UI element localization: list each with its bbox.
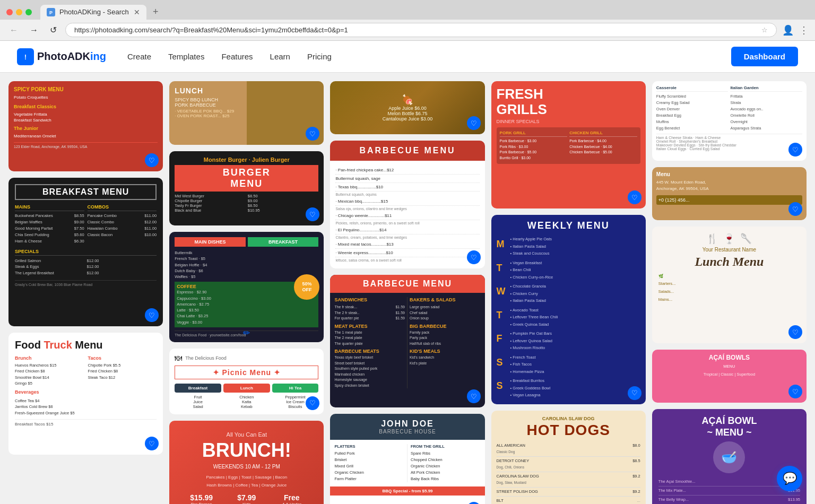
heart-icon-2[interactable]: ♡ bbox=[145, 308, 159, 322]
bbq-menu-dark-card[interactable]: BARBECUE MENU SANDWICHES The fr steak...… bbox=[330, 275, 484, 407]
browser-chrome: P PhotoADKing - Search ✕ + ← → ↺ https:/… bbox=[0, 0, 815, 41]
close-window-button[interactable] bbox=[6, 9, 13, 15]
potato-menu-card[interactable]: SPICY PORK MENU Potato Croquettes Breakf… bbox=[8, 81, 163, 171]
heart-icon-16[interactable]: ♡ bbox=[788, 143, 802, 157]
nav-templates[interactable]: Templates bbox=[168, 52, 204, 61]
heart-icon-6[interactable]: ♡ bbox=[306, 396, 319, 410]
food-truck-card[interactable]: Food Truck Menu Brunch Huevos Rancheros … bbox=[8, 333, 163, 455]
fresh-grills-card[interactable]: FRESHGRILLS DINNER SPECIALS PORK GRILL P… bbox=[491, 81, 646, 208]
picnic-menu-card[interactable]: 🍽 The Delicious Food ✦ Picnic Menu ✦ Bre… bbox=[169, 349, 324, 414]
logo-text: PhotoADKing bbox=[37, 50, 106, 63]
heart-icon-9[interactable]: ♡ bbox=[467, 250, 481, 264]
column-2: LUNCH SPICY BBQ LUNCH PORK BARBECUE · VE… bbox=[169, 81, 324, 504]
heart-icon-17[interactable]: ♡ bbox=[788, 202, 802, 216]
heart-icon-18[interactable]: ♡ bbox=[788, 325, 802, 339]
weekly-menu-navy-card[interactable]: WEEKLY MENU M • Hearty Apple Pie Oats• I… bbox=[491, 215, 646, 404]
traffic-lights bbox=[6, 9, 32, 15]
tab-bar: P PhotoADKing - Search ✕ + bbox=[0, 0, 815, 20]
heart-icon-1[interactable]: ♡ bbox=[145, 153, 159, 167]
edit-icon[interactable]: ✏ bbox=[243, 328, 250, 338]
nav-links: Create Templates Features Learn Pricing bbox=[127, 52, 731, 61]
breakfast-selected-card[interactable]: MAIN DISHES BREAKFAST Buttermilk French … bbox=[169, 232, 324, 342]
profile-icon[interactable]: 👤 bbox=[782, 24, 794, 36]
tab-favicon: P bbox=[47, 8, 55, 16]
nav-learn[interactable]: Learn bbox=[270, 52, 290, 61]
maximize-window-button[interactable] bbox=[25, 9, 32, 15]
svg-text:P: P bbox=[49, 10, 53, 15]
heart-icon-11[interactable]: ♡ bbox=[467, 502, 481, 504]
back-button[interactable]: ← bbox=[6, 24, 21, 36]
address-card[interactable]: Menu 445 W. Mount Eden Road,Anchorage, A… bbox=[652, 167, 807, 220]
heart-icon-12[interactable]: ♡ bbox=[628, 190, 641, 204]
casserole-menu-card[interactable]: Casserole Fluffy Scrambled Creamy Egg Sa… bbox=[652, 81, 807, 161]
logo[interactable]: ! PhotoADKing bbox=[17, 48, 106, 65]
column-3: 🍖 Apple Juice $6.00 Melon Bottle $6.75 C… bbox=[330, 81, 484, 504]
column-4: FRESHGRILLS DINNER SPECIALS PORK GRILL P… bbox=[491, 81, 646, 504]
forward-button[interactable]: → bbox=[27, 24, 41, 36]
veg-bbq-photo-card[interactable]: 🍖 Apple Juice $6.00 Melon Bottle $6.75 C… bbox=[330, 81, 484, 134]
nav-pricing[interactable]: Pricing bbox=[307, 52, 332, 61]
brunch-card[interactable]: All You Can Eat BRUNCH! WEEKENDS 10 AM -… bbox=[169, 421, 324, 504]
heart-icon-13[interactable]: ♡ bbox=[628, 386, 641, 400]
logo-icon: ! bbox=[17, 48, 34, 65]
svg-text:!: ! bbox=[24, 54, 27, 61]
active-tab[interactable]: P PhotoADKing - Search ✕ bbox=[40, 5, 146, 20]
bbq-menu-white-card[interactable]: BARBECUE MENU · Pan-fried chickpea cake.… bbox=[330, 141, 484, 268]
heart-icon-8[interactable]: ♡ bbox=[467, 116, 481, 130]
heart-icon-10[interactable]: ♡ bbox=[467, 389, 481, 403]
nav-create[interactable]: Create bbox=[127, 52, 151, 61]
hot-dogs-card[interactable]: CAROLINA SLAW DOG HOT DOGS ALL AMERICANC… bbox=[491, 411, 646, 505]
url-bar[interactable]: https://photoadking.com/search/?q=Breakf… bbox=[65, 23, 777, 37]
address-bar: ← → ↺ https://photoadking.com/search/?q=… bbox=[0, 20, 815, 40]
refresh-button[interactable]: ↺ bbox=[47, 24, 60, 36]
tab-close-button[interactable]: ✕ bbox=[134, 8, 140, 16]
discount-badge: 50% OFF bbox=[294, 274, 319, 300]
main-content: SPICY PORK MENU Potato Croquettes Breakf… bbox=[0, 73, 815, 504]
heart-icon-19[interactable]: ♡ bbox=[788, 385, 802, 398]
new-tab-button[interactable]: + bbox=[149, 4, 163, 20]
content-grid: SPICY PORK MENU Potato Croquettes Breakf… bbox=[8, 81, 807, 504]
acai-bowls-card[interactable]: AÇAÍ BOWLS MENU Tropical | Classic | Sup… bbox=[652, 350, 807, 403]
tab-title: PhotoADKing - Search bbox=[59, 8, 129, 16]
lunch-menu-elegant-card[interactable]: 🍴🍷🥄 Your Restaurant Name Lunch Menu 🌿 St… bbox=[652, 227, 807, 343]
site-navigation: ! PhotoADKing Create Templates Features … bbox=[0, 41, 815, 73]
bookmark-icon[interactable]: ☆ bbox=[761, 26, 768, 34]
url-text: https://photoadking.com/search/?q=Breakf… bbox=[74, 26, 761, 34]
nav-features[interactable]: Features bbox=[221, 52, 253, 61]
column-1: SPICY PORK MENU Potato Croquettes Breakf… bbox=[8, 81, 163, 504]
chat-button[interactable]: 💬 bbox=[777, 466, 802, 491]
column-5: Casserole Fluffy Scrambled Creamy Egg Sa… bbox=[652, 81, 807, 504]
dashboard-button[interactable]: Dashboard bbox=[731, 47, 798, 66]
lunch-card[interactable]: LUNCH SPICY BBQ LUNCH PORK BARBECUE · VE… bbox=[169, 81, 324, 145]
browser-menu-icon[interactable]: ⋮ bbox=[799, 24, 809, 36]
breakfast-menu-black-card[interactable]: BREAKFAST MENU MAINS Buckwheat Pancakes$… bbox=[8, 178, 163, 326]
minimize-window-button[interactable] bbox=[16, 9, 22, 15]
heart-icon-5[interactable]: ♡ bbox=[306, 207, 319, 221]
heart-icon-3[interactable]: ♡ bbox=[145, 437, 159, 450]
john-doe-card[interactable]: JOHN DOE BARBECUE HOUSE PLATTERS Pulled … bbox=[330, 414, 484, 504]
burger-menu-card[interactable]: Monster Burger · Julien Burger BURGER ME… bbox=[169, 151, 324, 225]
